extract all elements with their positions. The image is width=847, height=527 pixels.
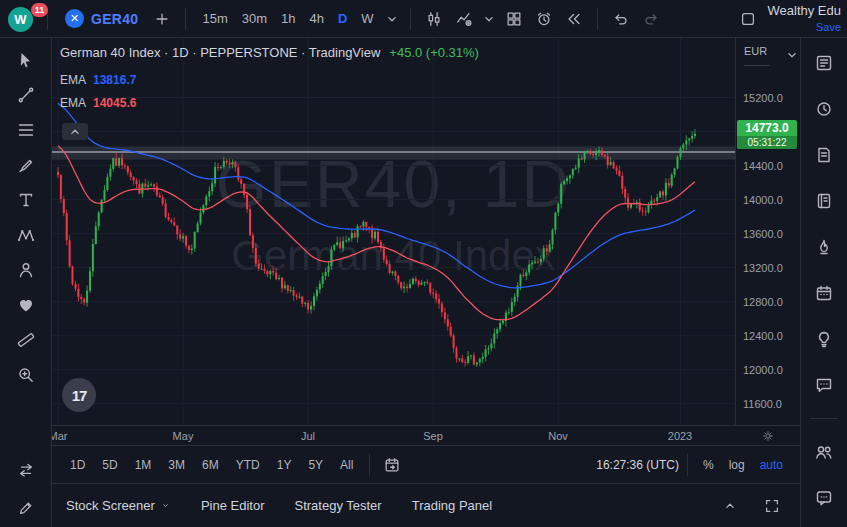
indicator-label: EMA	[60, 96, 86, 110]
alerts-panel-button[interactable]	[809, 94, 839, 124]
undo-button[interactable]	[607, 5, 635, 33]
range-1d[interactable]: 1D	[62, 454, 93, 476]
xabcd-pattern-tool[interactable]	[9, 220, 43, 250]
chart-style-button[interactable]	[420, 5, 448, 33]
range-1y[interactable]: 1Y	[269, 454, 300, 476]
indicator-value: 14045.6	[93, 96, 136, 110]
timeframe-1h[interactable]: 1h	[274, 7, 302, 30]
tab-pine-editor[interactable]: Pine Editor	[201, 498, 265, 513]
go-to-date-button[interactable]	[378, 451, 406, 479]
ruler-tool[interactable]	[9, 325, 43, 355]
bottom-range-toolbar: 1D5D1M3M6MYTD1Y5YAll 16:27:36 (UTC) % lo…	[52, 445, 800, 483]
price-scale-label: 12000.0	[743, 364, 783, 376]
range-6m[interactable]: 6M	[194, 454, 227, 476]
community-button[interactable]	[809, 437, 839, 467]
support-chat-button[interactable]	[809, 483, 839, 513]
price-scale-label: 12400.0	[743, 330, 783, 342]
text-tool[interactable]	[9, 185, 43, 215]
redo-button[interactable]	[637, 5, 665, 33]
timeframe-dropdown-button[interactable]	[383, 5, 401, 33]
chart-legend: German 40 Index · 1D · PEPPERSTONE · Tra…	[60, 45, 479, 114]
cursor-tool[interactable]	[9, 45, 43, 75]
log-scale-button[interactable]: log	[722, 454, 752, 476]
timeframe-D[interactable]: D	[331, 7, 354, 30]
hotlists-panel-button[interactable]	[809, 232, 839, 262]
forecast-tool[interactable]	[9, 255, 43, 285]
utc-clock[interactable]: 16:27:36 (UTC)	[596, 458, 679, 472]
range-5d[interactable]: 5D	[94, 454, 125, 476]
trend-line-tool[interactable]	[9, 80, 43, 110]
alert-button[interactable]	[530, 5, 558, 33]
save-layout-icon[interactable]	[734, 5, 762, 33]
symbol-search-button[interactable]: ✕ GER40	[57, 5, 146, 32]
price-scale-label: 12800.0	[743, 296, 783, 308]
time-axis[interactable]: MarMayJulSepNov2023	[52, 425, 735, 445]
trading-platform-window: W 11 ✕ GER40 15m30m1h4hDW Wealthy Edu Sa…	[0, 0, 847, 527]
tab-strategy-tester[interactable]: Strategy Tester	[294, 498, 381, 513]
indicator-legend-ema[interactable]: EMA14045.6	[60, 92, 479, 114]
range-all[interactable]: All	[332, 454, 361, 476]
tab-trading-panel[interactable]: Trading Panel	[412, 498, 492, 513]
tradingview-logo[interactable]: 17	[62, 378, 96, 412]
auto-scale-button[interactable]: auto	[753, 454, 790, 476]
divider	[369, 454, 370, 476]
layout-grid-button[interactable]	[500, 5, 528, 33]
legend-collapse-button[interactable]	[62, 123, 88, 140]
panel-fullscreen-button[interactable]	[758, 492, 786, 520]
price-scale-label: 11600.0	[743, 398, 782, 410]
ideas-panel-button[interactable]	[809, 324, 839, 354]
bottom-panel: Stock ScreenerPine EditorStrategy Tester…	[52, 483, 800, 527]
timeframe-W[interactable]: W	[354, 7, 380, 30]
percent-scale-button[interactable]: %	[696, 454, 721, 476]
timeframe-15m[interactable]: 15m	[195, 7, 234, 30]
chat-panel-button[interactable]	[809, 370, 839, 400]
arrows-swap-tool[interactable]	[9, 455, 43, 485]
compare-add-symbol-button[interactable]	[148, 5, 176, 33]
account-block[interactable]: Wealthy Edu Save	[768, 4, 841, 32]
time-axis-label: May	[173, 430, 194, 442]
edit-pencil-tool[interactable]	[9, 493, 43, 523]
panel-expand-up-button[interactable]	[716, 492, 744, 520]
drawing-toolbar	[0, 38, 52, 527]
bar-countdown: 05:31:22	[737, 136, 797, 149]
currency-selector[interactable]: EUR	[744, 45, 794, 57]
range-ytd[interactable]: YTD	[228, 454, 268, 476]
indicators-dropdown-button[interactable]	[480, 5, 498, 33]
fib-retracement-tool[interactable]	[9, 115, 43, 145]
divider	[597, 8, 598, 30]
emoji-tool[interactable]	[9, 290, 43, 320]
economic-calendar-panel-button[interactable]	[809, 278, 839, 308]
price-scale-label: 13600.0	[743, 228, 783, 240]
brand-logo[interactable]: W 11	[8, 5, 38, 33]
symbol-description[interactable]: German 40 Index · 1D · PEPPERSTONE · Tra…	[60, 45, 380, 60]
indicator-legend-ema[interactable]: EMA13816.7	[60, 69, 479, 91]
time-axis-label: Jul	[301, 430, 315, 442]
symbol-logo-icon: ✕	[65, 9, 84, 28]
notebook-panel-button[interactable]	[809, 186, 839, 216]
price-scale-label: 15200.0	[743, 92, 783, 104]
time-axis-label: 2023	[668, 430, 692, 442]
timeframe-4h[interactable]: 4h	[302, 7, 330, 30]
chart-settings-gear[interactable]	[735, 425, 800, 445]
notification-badge: 11	[31, 3, 48, 17]
indicators-button[interactable]	[450, 5, 478, 33]
price-change: +45.0 (+0.31%)	[389, 45, 479, 60]
watchlist-panel-button[interactable]	[809, 48, 839, 78]
brush-tool[interactable]	[9, 150, 43, 180]
last-price-badge: 14773.0 05:31:22	[737, 120, 797, 149]
range-1m[interactable]: 1M	[127, 454, 160, 476]
right-sidebar	[800, 38, 847, 527]
chart-pane[interactable]: GER40, 1D German 40 Index German 40 Inde…	[52, 38, 735, 425]
save-button[interactable]: Save	[816, 21, 841, 33]
range-3m[interactable]: 3M	[160, 454, 193, 476]
bar-replay-button[interactable]	[560, 5, 588, 33]
range-5y[interactable]: 5Y	[300, 454, 331, 476]
time-axis-label: Nov	[548, 430, 568, 442]
time-axis-label: Sep	[423, 430, 443, 442]
divider	[410, 8, 411, 30]
timeframe-30m[interactable]: 30m	[235, 7, 274, 30]
tab-stock-screener[interactable]: Stock Screener	[66, 498, 171, 513]
news-panel-button[interactable]	[809, 140, 839, 170]
zoom-in-tool[interactable]	[9, 360, 43, 390]
price-scale[interactable]: EUR 15200.014800.014400.014000.013600.01…	[735, 38, 800, 425]
